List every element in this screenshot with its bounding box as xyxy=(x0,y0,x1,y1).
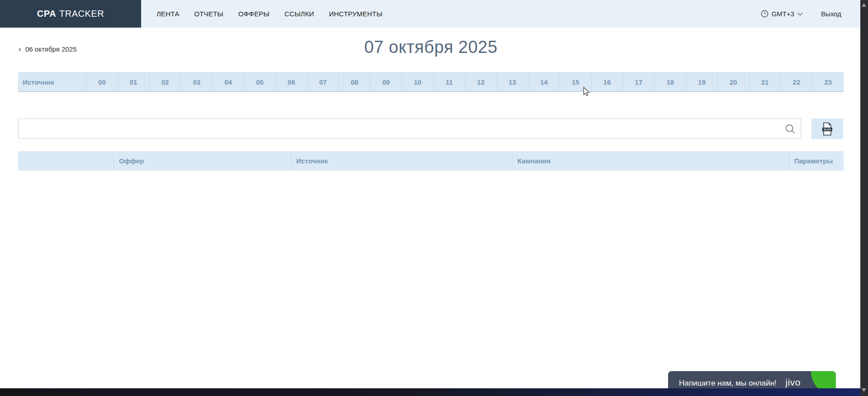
hour-label: 06 xyxy=(288,78,295,86)
hour-column-09: 09 xyxy=(370,72,402,91)
hour-label: 04 xyxy=(224,78,232,86)
hour-column-00: 00 xyxy=(86,72,118,91)
hour-column-08: 08 xyxy=(338,72,370,91)
hour-label: 02 xyxy=(161,78,169,86)
nav-item-feed[interactable]: ЛЕНТА xyxy=(157,10,179,18)
hour-column-16: 16 xyxy=(591,72,623,91)
hour-label: 05 xyxy=(256,78,264,86)
hour-column-20: 20 xyxy=(717,72,749,91)
hours-header-row: Источник 00 01 02 03 04 05 06 07 08 09 1… xyxy=(18,72,844,92)
nav-item-links[interactable]: ССЫЛКИ xyxy=(285,10,314,18)
chevron-down-icon xyxy=(797,12,803,16)
hour-column-14: 14 xyxy=(528,72,560,91)
hour-label: 17 xyxy=(635,78,643,86)
hour-label: 01 xyxy=(130,78,138,86)
scroll-up-arrow-icon[interactable] xyxy=(862,3,866,7)
search-icon[interactable] xyxy=(785,124,795,134)
hour-label: 03 xyxy=(193,78,200,86)
results-col-empty xyxy=(18,151,114,171)
footer-strip xyxy=(0,388,860,396)
hour-label: 12 xyxy=(477,78,485,86)
nav-item-reports[interactable]: ОТЧЕТЫ xyxy=(194,10,223,18)
hour-label: 14 xyxy=(540,78,548,86)
hour-column-21: 21 xyxy=(749,72,781,91)
export-xlsx-button[interactable]: XLSX xyxy=(811,119,843,139)
hour-label: 20 xyxy=(730,78,737,86)
hour-column-01: 01 xyxy=(118,72,149,91)
hour-label: 11 xyxy=(446,78,453,86)
hour-column-23: 23 xyxy=(812,72,844,91)
xlsx-file-icon: XLSX xyxy=(821,122,833,136)
search-input[interactable] xyxy=(18,119,801,139)
main-menu: ЛЕНТА ОТЧЕТЫ ОФФЕРЫ ССЫЛКИ ИНСТРУМЕНТЫ xyxy=(157,10,383,18)
hour-column-12: 12 xyxy=(465,72,497,91)
timezone-selector[interactable]: GMT+3 xyxy=(761,10,803,18)
hour-label: 15 xyxy=(572,78,579,86)
brand-logo[interactable]: CPA TRACKER xyxy=(0,0,141,28)
results-col-params: Параметры xyxy=(789,151,844,171)
results-col-offer: Оффер xyxy=(114,151,291,171)
results-col-campaign: Кампания xyxy=(512,151,789,171)
hour-label: 07 xyxy=(319,78,327,86)
hour-column-13: 13 xyxy=(496,72,528,91)
jivo-logo: jivo xyxy=(785,377,801,388)
topbar-right-cluster: GMT+3 Выход xyxy=(761,10,841,18)
hour-label: 09 xyxy=(382,78,390,86)
hours-source-label: Источник xyxy=(23,78,54,86)
column-label: Кампания xyxy=(517,157,550,165)
chat-message: Напишите нам, мы онлайн! xyxy=(679,379,777,388)
hours-source-header: Источник xyxy=(18,72,86,91)
nav-item-offers[interactable]: ОФФЕРЫ xyxy=(238,10,270,18)
hour-label: 21 xyxy=(761,78,769,86)
hour-column-10: 10 xyxy=(402,72,433,91)
hour-label: 18 xyxy=(666,78,674,86)
column-label: Параметры xyxy=(794,157,833,165)
hour-label: 00 xyxy=(98,78,106,86)
column-label: Источник xyxy=(296,157,328,165)
hour-column-07: 07 xyxy=(307,72,339,91)
hour-column-17: 17 xyxy=(623,72,655,91)
top-navbar: CPA TRACKER ЛЕНТА ОТЧЕТЫ ОФФЕРЫ ССЫЛКИ И… xyxy=(0,0,860,28)
hour-column-06: 06 xyxy=(275,72,307,91)
hour-column-04: 04 xyxy=(212,72,244,91)
hour-label: 16 xyxy=(603,78,611,86)
hour-column-11: 11 xyxy=(433,72,465,91)
logout-link[interactable]: Выход xyxy=(821,10,841,18)
column-label: Оффер xyxy=(119,157,144,165)
page-title: 07 октября 2025 xyxy=(18,38,844,57)
hour-label: 10 xyxy=(414,78,422,86)
cpa-tracker-page: CPA TRACKER ЛЕНТА ОТЧЕТЫ ОФФЕРЫ ССЫЛКИ И… xyxy=(0,0,868,396)
hour-column-18: 18 xyxy=(654,72,686,91)
clock-icon xyxy=(761,10,768,18)
hour-column-05: 05 xyxy=(244,72,275,91)
scroll-down-arrow-icon[interactable] xyxy=(862,388,866,392)
brand-logo-light: TRACKER xyxy=(59,9,104,19)
hour-label: 13 xyxy=(508,78,516,86)
hour-label: 08 xyxy=(351,78,358,86)
nav-item-tools[interactable]: ИНСТРУМЕНТЫ xyxy=(329,10,382,18)
hour-label: 23 xyxy=(824,78,832,86)
timezone-label: GMT+3 xyxy=(772,10,794,18)
results-col-source: Источник xyxy=(291,151,512,171)
hour-column-15: 15 xyxy=(560,72,591,91)
brand-logo-bold: CPA xyxy=(37,9,56,19)
hour-label: 22 xyxy=(793,78,801,86)
svg-text:XLSX: XLSX xyxy=(824,128,831,131)
hour-label: 19 xyxy=(698,78,706,86)
vertical-scrollbar[interactable] xyxy=(860,0,868,396)
hour-column-03: 03 xyxy=(180,72,212,91)
hour-column-02: 02 xyxy=(149,72,181,91)
hour-column-22: 22 xyxy=(781,72,812,91)
hour-column-19: 19 xyxy=(686,72,717,91)
results-table-header: Оффер Источник Кампания Параметры xyxy=(18,151,844,171)
